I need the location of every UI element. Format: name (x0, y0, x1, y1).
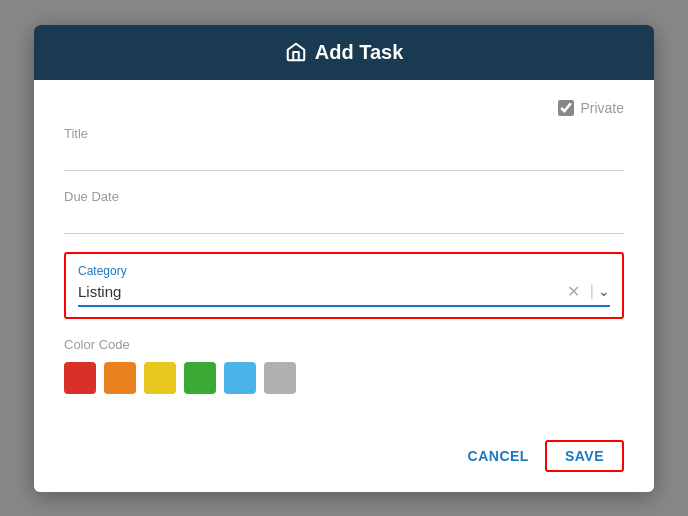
color-swatch-yellow[interactable] (144, 362, 176, 394)
home-icon (285, 41, 307, 63)
due-date-label: Due Date (64, 189, 624, 204)
color-swatch-orange[interactable] (104, 362, 136, 394)
title-label: Title (64, 126, 624, 141)
title-field-group: Title (64, 126, 624, 171)
color-code-group: Color Code (64, 337, 624, 394)
color-swatch-gray[interactable] (264, 362, 296, 394)
modal-title: Add Task (315, 41, 404, 64)
category-label: Category (78, 264, 610, 278)
title-input[interactable] (64, 145, 624, 171)
due-date-field-group: Due Date (64, 189, 624, 234)
private-checkbox[interactable] (558, 100, 574, 116)
modal-body: Private Title Due Date Category Listing … (34, 80, 654, 428)
color-swatch-red[interactable] (64, 362, 96, 394)
private-label: Private (580, 100, 624, 116)
color-swatch-blue[interactable] (224, 362, 256, 394)
category-divider: | (586, 282, 598, 300)
category-clear-icon[interactable]: ✕ (561, 282, 586, 301)
category-chevron-icon[interactable]: ⌄ (598, 283, 610, 299)
category-select-row: Listing ✕ | ⌄ (78, 282, 610, 307)
due-date-input[interactable] (64, 208, 624, 234)
private-row: Private (64, 100, 624, 116)
category-box: Category Listing ✕ | ⌄ (64, 252, 624, 319)
color-swatches (64, 362, 624, 394)
modal-footer: CANCEL SAVE (34, 428, 654, 492)
category-value: Listing (78, 283, 561, 300)
add-task-modal: Add Task Private Title Due Date Category… (34, 25, 654, 492)
color-swatch-green[interactable] (184, 362, 216, 394)
modal-header: Add Task (34, 25, 654, 80)
save-button[interactable]: SAVE (545, 440, 624, 472)
color-code-label: Color Code (64, 337, 624, 352)
cancel-button[interactable]: CANCEL (468, 448, 529, 464)
